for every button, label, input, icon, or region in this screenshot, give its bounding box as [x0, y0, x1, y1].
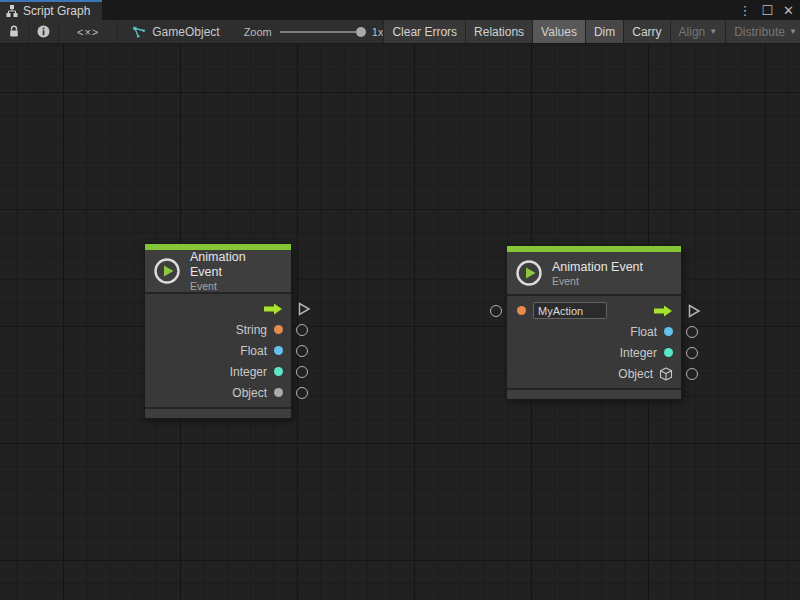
clear-errors-label: Clear Errors	[392, 25, 457, 39]
relations-button[interactable]: Relations	[465, 20, 532, 43]
script-graph-asset-icon	[132, 26, 146, 38]
name-input-port[interactable]	[490, 305, 502, 317]
values-label: Values	[541, 25, 577, 39]
port-label: Integer	[620, 346, 657, 360]
script-graph-window: Script Graph ⋮ ☐ ✕	[0, 0, 800, 600]
zoom-label: Zoom	[244, 26, 272, 38]
integer-type-dot	[664, 348, 673, 357]
animation-event-node-2[interactable]: Animation Event Event Float	[507, 246, 681, 399]
graph-canvas[interactable]: Animation Event Event String	[0, 44, 800, 600]
object-output-port[interactable]	[686, 368, 698, 380]
node-footer	[507, 390, 681, 399]
zoom-control: Zoom 1x	[234, 20, 384, 43]
flow-output-port[interactable]	[688, 304, 701, 318]
output-row-object: Object	[145, 382, 291, 403]
dim-label: Dim	[594, 25, 615, 39]
node-subtitle: Event	[190, 280, 281, 292]
flow-arrow-icon	[264, 303, 283, 315]
breadcrumb[interactable]: GameObject	[118, 20, 233, 43]
output-row-integer: Integer	[507, 342, 681, 363]
string-output-port[interactable]	[296, 324, 308, 336]
flow-output-row	[145, 298, 291, 319]
node-subtitle: Event	[552, 275, 643, 287]
node-body: String Float Integer Object	[145, 292, 291, 409]
dim-toggle[interactable]: Dim	[585, 20, 623, 43]
toolbar-left-group: <×> GameObject	[0, 20, 234, 43]
output-row-integer: Integer	[145, 361, 291, 382]
info-icon	[37, 25, 50, 38]
carry-button[interactable]: Carry	[623, 20, 669, 43]
menu-icon[interactable]: ⋮	[738, 4, 751, 17]
align-label: Align	[679, 25, 706, 39]
output-row-object: Object	[507, 363, 681, 384]
float-type-dot	[274, 346, 283, 355]
output-row-string: String	[145, 319, 291, 340]
code-view-glyph: <×>	[77, 26, 99, 38]
integer-output-port[interactable]	[296, 366, 308, 378]
node-title: Animation Event	[552, 260, 643, 275]
distribute-dropdown[interactable]: Distribute ▼	[725, 20, 800, 43]
clear-errors-button[interactable]: Clear Errors	[383, 20, 465, 43]
float-output-port[interactable]	[686, 326, 698, 338]
graph-hierarchy-icon	[6, 5, 18, 17]
graph-toolbar: <×> GameObject Zoom 1x	[0, 20, 800, 44]
close-icon[interactable]: ✕	[783, 4, 794, 17]
port-label: Float	[240, 344, 267, 358]
flow-output-port[interactable]	[298, 302, 311, 316]
output-row-float: Float	[145, 340, 291, 361]
node-title: Animation Event	[190, 250, 281, 280]
float-type-dot	[664, 327, 673, 336]
lock-button[interactable]	[0, 20, 29, 43]
align-dropdown[interactable]: Align ▼	[670, 20, 726, 43]
node-footer	[145, 409, 291, 418]
node-header[interactable]: Animation Event Event	[507, 252, 681, 294]
event-play-icon	[515, 259, 543, 287]
maximize-icon[interactable]: ☐	[761, 4, 773, 17]
relations-label: Relations	[474, 25, 524, 39]
cube-icon	[659, 367, 673, 381]
output-row-float: Float	[507, 321, 681, 342]
port-label: Object	[232, 386, 267, 400]
zoom-slider-track	[280, 31, 364, 33]
carry-label: Carry	[632, 25, 661, 39]
float-output-port[interactable]	[296, 345, 308, 357]
port-label: Object	[618, 367, 653, 381]
port-label: Integer	[230, 365, 267, 379]
chevron-down-icon: ▼	[709, 27, 717, 36]
info-button[interactable]	[29, 20, 59, 43]
chevron-down-icon: ▼	[789, 27, 797, 36]
zoom-slider-handle[interactable]	[356, 27, 366, 37]
values-toggle[interactable]: Values	[532, 20, 585, 43]
tab-title: Script Graph	[23, 4, 90, 18]
animation-event-node-1[interactable]: Animation Event Event String	[145, 244, 291, 418]
distribute-label: Distribute	[734, 25, 785, 39]
tab-bar: Script Graph ⋮ ☐ ✕	[0, 0, 800, 20]
zoom-slider[interactable]	[280, 26, 364, 38]
zoom-value: 1x	[372, 26, 384, 38]
string-type-dot	[274, 325, 283, 334]
lock-icon	[8, 25, 20, 38]
object-type-dot	[274, 388, 283, 397]
breadcrumb-label: GameObject	[152, 25, 219, 39]
port-label: Float	[630, 325, 657, 339]
toolbar-buttons: Clear Errors Relations Values Dim Carry …	[383, 20, 800, 43]
integer-output-port[interactable]	[686, 347, 698, 359]
code-view-button[interactable]: <×>	[59, 20, 118, 43]
node-body: Float Integer Object	[507, 294, 681, 390]
tab-script-graph[interactable]: Script Graph	[0, 0, 102, 20]
event-play-icon	[153, 257, 181, 285]
node-titles: Animation Event Event	[552, 260, 643, 287]
node-header[interactable]: Animation Event Event	[145, 250, 291, 292]
object-output-port[interactable]	[296, 387, 308, 399]
node-titles: Animation Event Event	[190, 250, 281, 292]
window-controls: ⋮ ☐ ✕	[738, 0, 794, 20]
name-input-flow-row	[507, 300, 681, 321]
integer-type-dot	[274, 367, 283, 376]
flow-arrow-icon	[654, 305, 673, 317]
string-type-dot	[517, 306, 526, 315]
port-label: String	[236, 323, 267, 337]
action-name-input[interactable]	[533, 302, 607, 319]
